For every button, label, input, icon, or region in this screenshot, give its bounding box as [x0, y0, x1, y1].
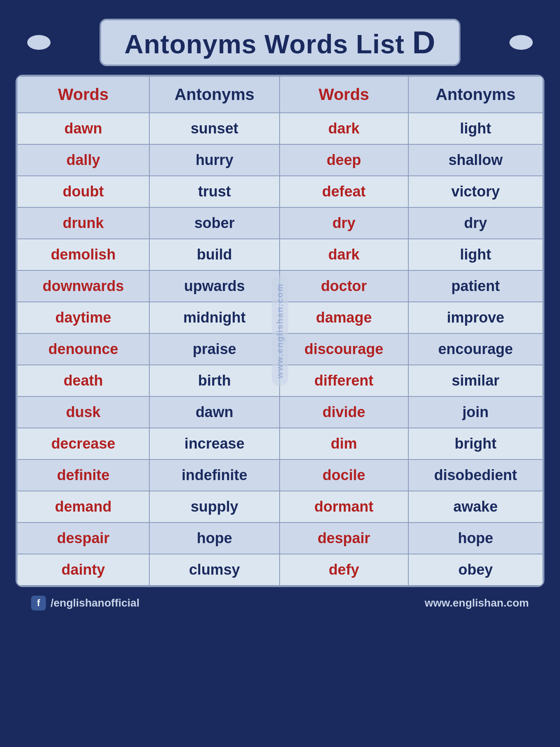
- col-header-antonyms1: Antonyms: [149, 76, 280, 113]
- word-cell-left: decrease: [17, 428, 149, 459]
- table-row: doubttrustdefeatvictory: [17, 176, 543, 207]
- word-cell-right: damage: [280, 302, 408, 333]
- word-cell-right: docile: [280, 459, 408, 491]
- antonym-cell-left: increase: [149, 428, 280, 459]
- word-cell-left: dawn: [17, 113, 149, 144]
- word-cell-right: divide: [280, 396, 408, 428]
- table-row: daytimemidnightdamageimprove: [17, 302, 543, 333]
- title-text: Antonyms Words List: [124, 29, 412, 59]
- word-cell-right: dry: [280, 207, 408, 239]
- antonym-cell-left: sober: [149, 207, 280, 239]
- antonym-cell-right: encourage: [408, 333, 543, 365]
- word-cell-left: doubt: [17, 176, 149, 207]
- page-footer: f /englishanofficial www.englishan.com: [16, 589, 544, 617]
- word-cell-right: discourage: [280, 333, 408, 365]
- antonym-cell-left: supply: [149, 491, 280, 523]
- table-row: despairhopedespairhope: [17, 523, 543, 554]
- right-oval: [509, 35, 533, 50]
- word-cell-left: demand: [17, 491, 149, 523]
- antonym-cell-left: hurry: [149, 144, 280, 176]
- antonym-cell-left: trust: [149, 176, 280, 207]
- main-table-container: www.englishan.com Words Antonyms Words A…: [16, 75, 544, 587]
- word-cell-right: doctor: [280, 270, 408, 302]
- table-row: drunksoberdrydry: [17, 207, 543, 239]
- antonym-cell-left: hope: [149, 523, 280, 554]
- antonyms-table: Words Antonyms Words Antonyms dawnsunset…: [17, 76, 543, 586]
- title-letter: D: [412, 25, 436, 60]
- word-cell-left: definite: [17, 459, 149, 491]
- antonym-cell-left: clumsy: [149, 554, 280, 586]
- antonym-cell-right: dry: [408, 207, 543, 239]
- antonym-cell-left: midnight: [149, 302, 280, 333]
- antonym-cell-left: upwards: [149, 270, 280, 302]
- antonym-cell-right: similar: [408, 365, 543, 396]
- col-header-words1: Words: [17, 76, 149, 113]
- antonym-cell-right: shallow: [408, 144, 543, 176]
- col-header-words2: Words: [280, 76, 408, 113]
- table-row: dallyhurrydeepshallow: [17, 144, 543, 176]
- word-cell-left: daytime: [17, 302, 149, 333]
- word-cell-left: death: [17, 365, 149, 396]
- antonym-cell-right: awake: [408, 491, 543, 523]
- antonym-cell-left: dawn: [149, 396, 280, 428]
- left-oval: [27, 35, 51, 50]
- word-cell-right: dark: [280, 113, 408, 144]
- footer-website: www.englishan.com: [425, 597, 529, 609]
- facebook-icon: f: [31, 596, 46, 610]
- word-cell-left: dally: [17, 144, 149, 176]
- col-header-antonyms2: Antonyms: [408, 76, 543, 113]
- table-header-row: Words Antonyms Words Antonyms: [17, 76, 543, 113]
- table-row: decreaseincreasedimbright: [17, 428, 543, 459]
- table-row: demolishbuilddarklight: [17, 239, 543, 270]
- word-cell-right: despair: [280, 523, 408, 554]
- table-row: downwardsupwardsdoctorpatient: [17, 270, 543, 302]
- antonym-cell-right: join: [408, 396, 543, 428]
- antonym-cell-right: hope: [408, 523, 543, 554]
- word-cell-right: deep: [280, 144, 408, 176]
- word-cell-left: denounce: [17, 333, 149, 365]
- table-row: dawnsunsetdarklight: [17, 113, 543, 144]
- antonym-cell-right: disobedient: [408, 459, 543, 491]
- table-row: definiteindefinitedociledisobedient: [17, 459, 543, 491]
- table-row: duskdawndividejoin: [17, 396, 543, 428]
- table-row: demandsupplydormantawake: [17, 491, 543, 523]
- word-cell-left: downwards: [17, 270, 149, 302]
- antonym-cell-right: victory: [408, 176, 543, 207]
- footer-social: f /englishanofficial: [31, 596, 140, 610]
- antonym-cell-left: indefinite: [149, 459, 280, 491]
- antonym-cell-right: light: [408, 113, 543, 144]
- word-cell-left: drunk: [17, 207, 149, 239]
- word-cell-right: defeat: [280, 176, 408, 207]
- page-header: Antonyms Words List D: [16, 12, 544, 75]
- antonym-cell-right: light: [408, 239, 543, 270]
- antonym-cell-right: bright: [408, 428, 543, 459]
- antonym-cell-left: build: [149, 239, 280, 270]
- antonym-cell-right: improve: [408, 302, 543, 333]
- word-cell-left: despair: [17, 523, 149, 554]
- table-row: denouncepraisediscourageencourage: [17, 333, 543, 365]
- antonym-cell-right: patient: [408, 270, 543, 302]
- fb-handle: /englishanofficial: [51, 597, 140, 609]
- word-cell-right: dim: [280, 428, 408, 459]
- table-row: daintyclumsydefyobey: [17, 554, 543, 586]
- page-title: Antonyms Words List D: [100, 19, 461, 66]
- word-cell-left: demolish: [17, 239, 149, 270]
- word-cell-right: dark: [280, 239, 408, 270]
- word-cell-right: different: [280, 365, 408, 396]
- word-cell-right: defy: [280, 554, 408, 586]
- table-row: deathbirthdifferentsimilar: [17, 365, 543, 396]
- word-cell-left: dainty: [17, 554, 149, 586]
- word-cell-left: dusk: [17, 396, 149, 428]
- antonym-cell-left: birth: [149, 365, 280, 396]
- antonym-cell-left: sunset: [149, 113, 280, 144]
- antonym-cell-right: obey: [408, 554, 543, 586]
- word-cell-right: dormant: [280, 491, 408, 523]
- antonym-cell-left: praise: [149, 333, 280, 365]
